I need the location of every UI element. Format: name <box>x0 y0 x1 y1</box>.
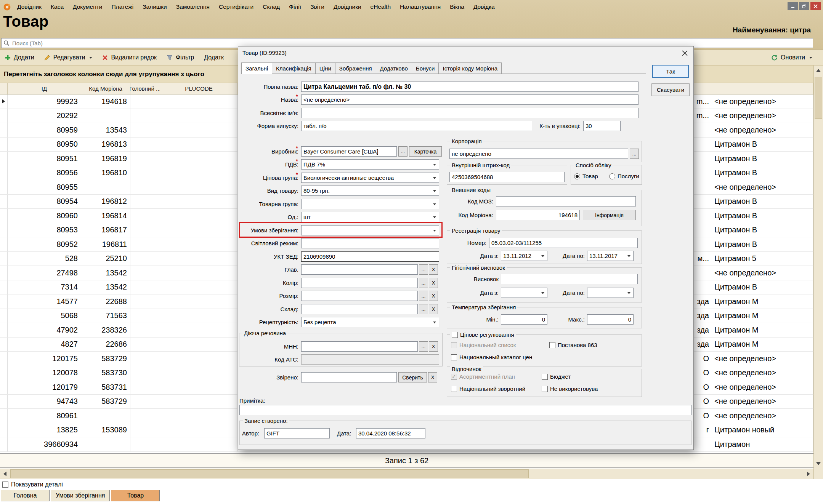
edit-button[interactable]: Редагувати <box>39 50 98 65</box>
release-form-input[interactable]: табл. п/о <box>301 121 532 131</box>
bottom-tab[interactable]: Головна <box>1 490 50 501</box>
hyg-date-to-select[interactable] <box>587 288 634 298</box>
warehouse-ellipsis-button[interactable]: ... <box>419 304 428 314</box>
decree-863-option[interactable]: Постанова 863 <box>549 342 597 348</box>
price-regulation-checkbox[interactable] <box>452 332 458 338</box>
producer-input[interactable]: Bayer Consumer Care [США] <box>301 146 397 157</box>
account-radio-services[interactable]: Послуги <box>609 173 639 179</box>
mnn-input[interactable] <box>301 341 418 352</box>
glav-ellipsis-button[interactable]: ... <box>419 264 428 275</box>
glav-clear-button[interactable]: X <box>429 264 438 275</box>
product-group-select[interactable] <box>301 199 439 209</box>
verify-button[interactable]: Сверить <box>398 372 427 382</box>
producer-card-button[interactable]: Карточка <box>409 146 442 157</box>
reg-number-input[interactable]: 05.03.02-03/111255 <box>489 238 638 248</box>
vertical-scrollbar[interactable] <box>813 66 823 479</box>
morion-info-button[interactable]: Інформація <box>583 210 636 220</box>
light-mode-input[interactable] <box>301 238 439 248</box>
menu-item[interactable]: Залишки <box>138 3 172 10</box>
menu-item[interactable]: Документи <box>68 3 107 10</box>
menu-item[interactable]: Замовлення <box>172 3 214 10</box>
menu-item[interactable]: Філії <box>284 3 306 10</box>
dialog-tab[interactable]: Ціни <box>316 62 335 74</box>
dialog-tab[interactable]: Додатково <box>376 62 412 74</box>
scroll-down-button[interactable] <box>814 459 823 469</box>
moz-code-input[interactable] <box>496 196 636 206</box>
mnn-ellipsis-button[interactable]: ... <box>419 341 428 352</box>
storage-select[interactable] <box>301 225 439 235</box>
menu-item[interactable]: Довідник <box>13 3 46 10</box>
scroll-up-button[interactable] <box>814 66 823 75</box>
reg-date-from-select[interactable]: 13.11.2012 <box>501 251 547 261</box>
cancel-button[interactable]: Скасувати <box>651 83 690 96</box>
ukt-zed-input[interactable]: 2106909890 <box>301 251 439 262</box>
verified-input[interactable] <box>301 372 397 382</box>
national-list-option[interactable]: Національний список <box>451 342 516 348</box>
hyg-date-from-select[interactable] <box>501 288 547 298</box>
national-return-option[interactable]: Національний зворотний <box>451 386 525 392</box>
column-header[interactable]: ІД <box>8 83 81 94</box>
refresh-button[interactable]: Оновити <box>771 50 812 65</box>
menu-item[interactable]: Каса <box>46 3 68 10</box>
warehouse-input[interactable] <box>301 304 418 314</box>
barcode-input[interactable]: 4250369504688 <box>449 172 565 182</box>
account-radio-product[interactable]: Товар <box>574 173 598 179</box>
glav-input[interactable] <box>301 264 418 275</box>
add-button[interactable]: Додати <box>0 50 39 65</box>
dialog-tab[interactable]: Класифікація <box>272 62 316 74</box>
author-input[interactable]: GIFT <box>264 428 330 438</box>
reg-date-to-select[interactable]: 13.11.2017 <box>587 251 634 261</box>
world-name-input[interactable] <box>301 108 639 118</box>
color-clear-button[interactable]: X <box>429 278 438 288</box>
note-input[interactable] <box>239 405 691 415</box>
scroll-left-button[interactable] <box>0 469 10 479</box>
dialog-close-button[interactable] <box>676 46 693 59</box>
corporation-input[interactable]: не определено <box>449 149 628 159</box>
budget-option[interactable]: Бюджет <box>542 373 571 380</box>
size-input[interactable] <box>301 291 418 301</box>
temp-max-input[interactable]: 0 <box>587 314 634 325</box>
national-catalog-option[interactable]: Национальный каталог цен <box>451 354 532 360</box>
size-clear-button[interactable]: X <box>429 291 438 301</box>
show-details-toggle[interactable]: Показувати деталі <box>2 480 63 489</box>
full-name-input[interactable]: Цитра Кальцемин таб. п/о фл. № 30 <box>301 82 639 92</box>
scroll-right-button[interactable] <box>804 469 813 479</box>
close-button[interactable] <box>810 2 821 10</box>
unit-select[interactable]: шт <box>301 212 439 222</box>
vat-select[interactable]: ПДВ 7% <box>301 159 439 170</box>
menu-item[interactable]: Платежі <box>107 3 138 10</box>
price-group-select[interactable]: Биологически активные вещества <box>301 173 439 183</box>
not-use-option[interactable]: Не використовува <box>542 386 598 392</box>
vertical-scroll-thumb[interactable] <box>815 77 822 119</box>
conclusion-input[interactable] <box>501 274 638 284</box>
bottom-tab[interactable]: Умови зберігання <box>51 490 110 501</box>
color-input[interactable] <box>301 278 418 288</box>
menu-item[interactable]: Склад <box>258 3 284 10</box>
menu-item[interactable]: Вікна <box>445 3 469 10</box>
verified-clear-button[interactable]: X <box>428 372 437 382</box>
dialog-tab[interactable]: Зображення <box>335 62 376 74</box>
column-header[interactable]: Головний ... <box>130 83 160 94</box>
assortment-plan-option[interactable]: Асортиментний план <box>451 373 515 380</box>
restore-button[interactable] <box>799 2 809 10</box>
menu-item[interactable]: Налаштування <box>395 3 445 10</box>
menu-item[interactable]: Звіти <box>306 3 329 10</box>
delete-row-button[interactable]: Видалити рядок <box>97 50 161 65</box>
color-ellipsis-button[interactable]: ... <box>419 278 428 288</box>
rx-select[interactable]: Без рецепта <box>301 317 439 327</box>
horizontal-scroll-thumb[interactable] <box>10 469 529 478</box>
show-details-checkbox[interactable] <box>2 482 8 488</box>
created-date-input[interactable]: 30.04.2020 08:56:32 <box>356 428 425 438</box>
bottom-tab[interactable]: Товар <box>111 490 160 501</box>
menu-item[interactable]: Сертифікати <box>214 3 258 10</box>
dialog-tab[interactable]: Бонуси <box>412 62 439 74</box>
temp-min-input[interactable]: 0 <box>501 314 547 325</box>
menu-item[interactable]: Довідники <box>329 3 366 10</box>
filter-button[interactable]: Фільтр <box>162 50 199 65</box>
warehouse-clear-button[interactable]: X <box>429 304 438 314</box>
ok-button[interactable]: Так <box>652 65 689 78</box>
producer-ellipsis-button[interactable]: ... <box>398 146 407 157</box>
mnn-clear-button[interactable]: X <box>429 341 438 352</box>
menu-item[interactable]: Довідка <box>469 3 499 10</box>
corporation-ellipsis-button[interactable]: ... <box>630 149 639 159</box>
